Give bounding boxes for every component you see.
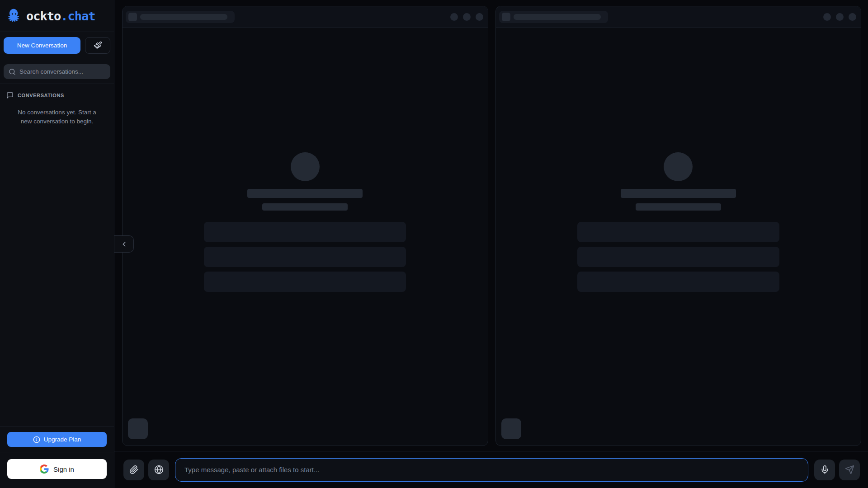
globe-icon: [154, 465, 164, 474]
sign-in-label: Sign in: [53, 465, 74, 473]
panel-1-header-actions-skeleton: [450, 13, 483, 21]
panel-1-corner-skeleton: [128, 418, 148, 439]
new-conversation-button[interactable]: New Conversation: [4, 37, 80, 54]
model-selector-skeleton: [126, 11, 235, 23]
google-sign-in-button[interactable]: Sign in: [7, 459, 107, 479]
title-skeleton: [247, 189, 363, 198]
sidebar: ockto.chat New Conversation: [0, 0, 114, 488]
message-input[interactable]: [175, 458, 808, 482]
model-name-skeleton: [514, 14, 601, 20]
avatar-skeleton: [291, 152, 320, 181]
google-icon: [40, 465, 49, 474]
message-skeleton: [204, 222, 406, 242]
header-action-dot: [450, 13, 458, 21]
model-name-skeleton: [140, 14, 227, 20]
composer-bar: [114, 451, 868, 488]
chat-panels: [114, 0, 868, 451]
brand-title-accent: .chat: [61, 9, 95, 23]
search-section: [0, 59, 114, 84]
chat-panel-1: [122, 6, 488, 446]
sidebar-spacer: [0, 126, 114, 427]
panel-2-corner-skeleton: [501, 418, 521, 439]
upgrade-plan-label: Upgrade Plan: [44, 436, 81, 443]
conversations-section-header: CONVERSATIONS: [0, 84, 114, 102]
voice-input-button[interactable]: [814, 460, 835, 480]
panel-1-header: [123, 6, 488, 28]
search-box[interactable]: [4, 64, 110, 79]
message-skeleton: [577, 222, 779, 242]
avatar-skeleton: [664, 152, 693, 181]
message-skeleton: [577, 272, 779, 292]
theme-brush-button[interactable]: [85, 37, 110, 54]
panel-2-header: [496, 6, 861, 28]
subtitle-skeleton: [636, 203, 721, 211]
panel-2-body: [496, 28, 861, 446]
message-square-icon: [6, 92, 14, 99]
chevron-left-icon: [120, 240, 128, 248]
brand-logo[interactable]: ockto.chat: [0, 0, 114, 32]
header-action-dot: [836, 13, 844, 21]
info-icon: [33, 436, 40, 443]
brand-title: ockto.chat: [26, 9, 95, 23]
panel-2-header-actions-skeleton: [823, 13, 856, 21]
main-area: [114, 0, 868, 488]
search-conversations-input[interactable]: [19, 68, 105, 75]
attach-file-button[interactable]: [123, 460, 144, 480]
title-skeleton: [621, 189, 736, 198]
message-skeleton: [204, 272, 406, 292]
message-skeleton: [204, 247, 406, 267]
mic-icon: [820, 465, 830, 474]
search-icon: [9, 68, 16, 75]
paperclip-icon: [129, 465, 139, 474]
sidebar-actions: New Conversation: [0, 32, 114, 59]
panel-1-body: [123, 28, 488, 446]
octopus-icon: [5, 7, 23, 24]
header-action-dot: [476, 13, 483, 21]
web-search-button[interactable]: [148, 460, 169, 480]
paintbrush-icon: [94, 41, 102, 50]
collapse-sidebar-button[interactable]: [114, 235, 134, 253]
model-selector-skeleton: [499, 11, 608, 23]
model-icon-skeleton: [502, 13, 510, 21]
message-skeleton: [577, 247, 779, 267]
header-action-dot: [849, 13, 856, 21]
conversations-label: CONVERSATIONS: [18, 93, 64, 98]
chat-panel-2: [495, 6, 862, 446]
subtitle-skeleton: [262, 203, 348, 211]
send-message-button[interactable]: [839, 460, 860, 480]
upgrade-section: Upgrade Plan: [0, 427, 114, 452]
brand-title-primary: ockto: [26, 9, 61, 23]
header-action-dot: [463, 13, 471, 21]
model-icon-skeleton: [128, 13, 137, 21]
empty-conversations-text: No conversations yet. Start a new conver…: [13, 108, 101, 126]
upgrade-plan-button[interactable]: Upgrade Plan: [7, 432, 107, 447]
header-action-dot: [823, 13, 831, 21]
signin-section: Sign in: [0, 452, 114, 488]
send-icon: [845, 465, 854, 474]
